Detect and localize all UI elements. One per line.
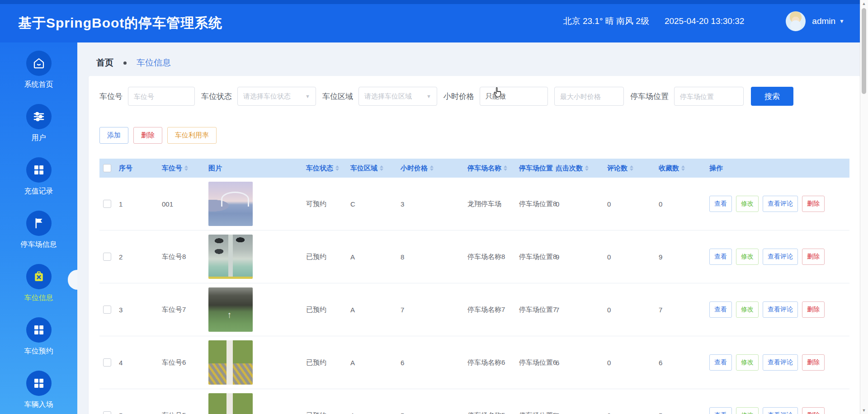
cell-image xyxy=(208,393,306,414)
cell-status: 已预约 xyxy=(306,306,350,314)
view-comments-button[interactable]: 查看评论 xyxy=(763,407,798,414)
column-header-5[interactable]: 小时价格 xyxy=(401,164,467,173)
edit-button[interactable]: 修改 xyxy=(736,407,759,414)
grid-icon xyxy=(26,371,52,396)
home-icon xyxy=(26,51,52,76)
cell-clicks: 9 xyxy=(556,253,607,261)
cell-index: 5 xyxy=(119,412,162,414)
spot-image[interactable] xyxy=(208,235,253,279)
main-content: 首页 车位信息 车位号 车位状态 请选择车位状态 ▼ 车位区域 请选择车位区域 … xyxy=(77,42,860,414)
hour-price-label: 小时价格 xyxy=(443,91,474,102)
view-button[interactable]: 查看 xyxy=(709,407,732,414)
edit-button[interactable]: 修改 xyxy=(736,249,759,265)
sidebar-item-vehicle-entry[interactable]: 车辆入场 xyxy=(0,364,77,414)
row-checkbox-cell xyxy=(99,411,119,414)
chevron-down-icon: ▼ xyxy=(839,18,844,24)
cell-image xyxy=(208,235,306,279)
cell-status: 已预约 xyxy=(306,253,350,261)
column-label: 点击次数 xyxy=(556,164,583,173)
view-comments-button[interactable]: 查看评论 xyxy=(763,301,798,318)
edit-button[interactable]: 修改 xyxy=(736,301,759,318)
user-menu[interactable]: admin ▼ xyxy=(786,11,844,31)
spot-status-select[interactable]: 请选择车位状态 ▼ xyxy=(237,87,316,106)
view-comments-button[interactable]: 查看评论 xyxy=(763,249,798,265)
scrollbar-thumb[interactable] xyxy=(862,8,866,94)
delete-row-button[interactable]: 删除 xyxy=(802,249,825,265)
breadcrumb-current[interactable]: 车位信息 xyxy=(137,57,171,69)
cell-favorites: 0 xyxy=(659,200,709,208)
min-price-input[interactable] xyxy=(480,87,548,106)
search-button[interactable]: 搜索 xyxy=(751,87,793,106)
scroll-down-icon[interactable]: ▼ xyxy=(860,408,868,413)
cell-lot-name: 停车场名称7 xyxy=(467,306,519,314)
lot-position-input[interactable] xyxy=(674,87,744,106)
edit-button[interactable]: 修改 xyxy=(736,196,759,212)
sort-icon xyxy=(504,165,507,171)
view-button[interactable]: 查看 xyxy=(709,249,732,265)
cell-favorites: 6 xyxy=(659,359,709,367)
sidebar-item-spot-reservation[interactable]: 车位预约 xyxy=(0,310,77,362)
cell-comments: 0 xyxy=(607,253,659,261)
cell-comments: 0 xyxy=(607,412,659,414)
cell-lot-position: 停车场位置7 xyxy=(519,306,556,314)
table-row: 5车位号5已预约A5停车场名称5停车场位置5505查看修改查看评论删除 xyxy=(99,389,849,414)
topbar-right: 北京 23.1° 晴 南风 2级 2025-04-20 13:30:32 adm… xyxy=(563,0,844,42)
column-header-1[interactable]: 车位号 xyxy=(162,164,208,173)
sidebar-item-recharge-records[interactable]: 充值记录 xyxy=(0,151,77,202)
utilization-button[interactable]: 车位利用率 xyxy=(167,127,217,144)
spot-image[interactable] xyxy=(208,182,253,226)
cell-lot-name: 停车场名称5 xyxy=(467,411,519,414)
delete-button[interactable]: 删除 xyxy=(133,127,162,144)
lot-position-label: 停车场位置 xyxy=(630,91,669,102)
spot-area-select[interactable]: 请选择车位区域 ▼ xyxy=(359,87,437,106)
vertical-scrollbar[interactable]: ▲ ▼ xyxy=(860,0,868,414)
column-header-6[interactable]: 停车场名称 xyxy=(467,164,519,173)
row-checkbox[interactable] xyxy=(103,253,111,261)
column-header-9[interactable]: 评论数 xyxy=(607,164,659,173)
column-header-8[interactable]: 点击次数 xyxy=(556,164,607,173)
sidebar-item-home[interactable]: 系统首页 xyxy=(0,44,77,96)
spot-image[interactable] xyxy=(208,340,253,385)
row-checkbox[interactable] xyxy=(103,358,111,367)
cell-image xyxy=(208,340,306,385)
sort-icon xyxy=(681,165,685,171)
delete-row-button[interactable]: 删除 xyxy=(802,301,825,318)
row-checkbox[interactable] xyxy=(103,411,111,414)
cell-index: 4 xyxy=(119,359,162,367)
cell-price: 6 xyxy=(401,359,467,367)
delete-row-button[interactable]: 删除 xyxy=(802,407,825,414)
view-comments-button[interactable]: 查看评论 xyxy=(763,354,798,371)
cell-area: A xyxy=(350,306,401,314)
view-button[interactable]: 查看 xyxy=(709,301,732,318)
max-price-input[interactable] xyxy=(554,87,624,106)
column-header-4[interactable]: 车位区域 xyxy=(350,164,401,173)
select-all-checkbox[interactable] xyxy=(103,164,111,172)
column-header-10[interactable]: 收藏数 xyxy=(659,164,709,173)
column-label: 图片 xyxy=(208,164,222,173)
sidebar-item-label: 停车场信息 xyxy=(21,240,57,249)
spot-image[interactable] xyxy=(208,287,253,332)
row-checkbox[interactable] xyxy=(103,306,111,314)
spot-number-input[interactable] xyxy=(128,87,195,106)
delete-row-button[interactable]: 删除 xyxy=(802,354,825,371)
delete-row-button[interactable]: 删除 xyxy=(802,196,825,212)
sidebar-item-parking-lot-info[interactable]: 停车场信息 xyxy=(0,204,77,256)
breadcrumb-home[interactable]: 首页 xyxy=(96,57,113,69)
sort-icon xyxy=(184,165,188,171)
view-comments-button[interactable]: 查看评论 xyxy=(763,196,798,212)
edit-button[interactable]: 修改 xyxy=(736,354,759,371)
cell-spot-number: 车位号6 xyxy=(162,358,208,367)
sidebar-item-parking-spot-info[interactable]: 车位信息 xyxy=(0,257,77,309)
scroll-up-icon[interactable]: ▲ xyxy=(860,1,868,6)
view-button[interactable]: 查看 xyxy=(709,354,732,371)
spot-image[interactable] xyxy=(208,393,253,414)
sort-icon xyxy=(585,165,589,171)
column-header-7[interactable]: 停车场位置 xyxy=(519,164,556,173)
add-button[interactable]: 添加 xyxy=(99,127,128,144)
sidebar-item-users[interactable]: 用户 xyxy=(0,97,77,149)
column-label: 车位号 xyxy=(162,164,182,173)
datetime-text: 2025-04-20 13:30:32 xyxy=(665,16,744,26)
view-button[interactable]: 查看 xyxy=(709,196,732,212)
column-header-3[interactable]: 车位状态 xyxy=(306,164,350,173)
row-checkbox[interactable] xyxy=(103,200,111,208)
